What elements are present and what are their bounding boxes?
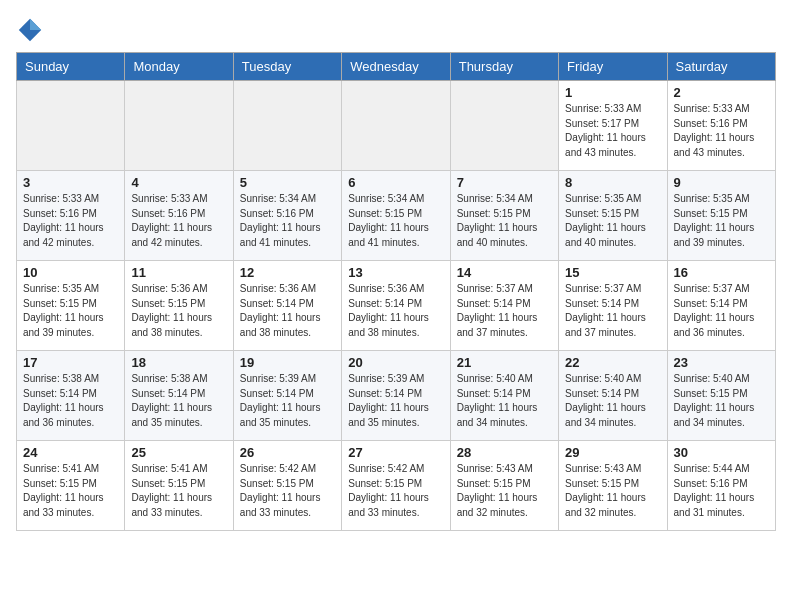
day-info: Sunrise: 5:34 AM Sunset: 5:15 PM Dayligh… xyxy=(348,192,443,250)
calendar-cell: 23Sunrise: 5:40 AM Sunset: 5:15 PM Dayli… xyxy=(667,351,775,441)
day-info: Sunrise: 5:44 AM Sunset: 5:16 PM Dayligh… xyxy=(674,462,769,520)
logo-icon xyxy=(16,16,44,44)
day-info: Sunrise: 5:38 AM Sunset: 5:14 PM Dayligh… xyxy=(131,372,226,430)
calendar-cell: 14Sunrise: 5:37 AM Sunset: 5:14 PM Dayli… xyxy=(450,261,558,351)
day-info: Sunrise: 5:40 AM Sunset: 5:14 PM Dayligh… xyxy=(565,372,660,430)
calendar-cell: 2Sunrise: 5:33 AM Sunset: 5:16 PM Daylig… xyxy=(667,81,775,171)
day-info: Sunrise: 5:36 AM Sunset: 5:15 PM Dayligh… xyxy=(131,282,226,340)
weekday-header-thursday: Thursday xyxy=(450,53,558,81)
calendar-cell: 18Sunrise: 5:38 AM Sunset: 5:14 PM Dayli… xyxy=(125,351,233,441)
day-info: Sunrise: 5:43 AM Sunset: 5:15 PM Dayligh… xyxy=(565,462,660,520)
day-number: 25 xyxy=(131,445,226,460)
day-info: Sunrise: 5:39 AM Sunset: 5:14 PM Dayligh… xyxy=(348,372,443,430)
calendar-cell: 15Sunrise: 5:37 AM Sunset: 5:14 PM Dayli… xyxy=(559,261,667,351)
day-number: 13 xyxy=(348,265,443,280)
calendar-cell xyxy=(125,81,233,171)
calendar-cell: 20Sunrise: 5:39 AM Sunset: 5:14 PM Dayli… xyxy=(342,351,450,441)
weekday-header-row: SundayMondayTuesdayWednesdayThursdayFrid… xyxy=(17,53,776,81)
day-info: Sunrise: 5:37 AM Sunset: 5:14 PM Dayligh… xyxy=(565,282,660,340)
day-number: 5 xyxy=(240,175,335,190)
day-info: Sunrise: 5:36 AM Sunset: 5:14 PM Dayligh… xyxy=(348,282,443,340)
calendar-table: SundayMondayTuesdayWednesdayThursdayFrid… xyxy=(16,52,776,531)
day-info: Sunrise: 5:36 AM Sunset: 5:14 PM Dayligh… xyxy=(240,282,335,340)
calendar-cell: 1Sunrise: 5:33 AM Sunset: 5:17 PM Daylig… xyxy=(559,81,667,171)
calendar-cell: 13Sunrise: 5:36 AM Sunset: 5:14 PM Dayli… xyxy=(342,261,450,351)
day-info: Sunrise: 5:40 AM Sunset: 5:15 PM Dayligh… xyxy=(674,372,769,430)
day-info: Sunrise: 5:34 AM Sunset: 5:16 PM Dayligh… xyxy=(240,192,335,250)
calendar-cell: 5Sunrise: 5:34 AM Sunset: 5:16 PM Daylig… xyxy=(233,171,341,261)
calendar-cell: 17Sunrise: 5:38 AM Sunset: 5:14 PM Dayli… xyxy=(17,351,125,441)
day-number: 3 xyxy=(23,175,118,190)
calendar-week-4: 17Sunrise: 5:38 AM Sunset: 5:14 PM Dayli… xyxy=(17,351,776,441)
day-info: Sunrise: 5:35 AM Sunset: 5:15 PM Dayligh… xyxy=(565,192,660,250)
day-number: 21 xyxy=(457,355,552,370)
day-number: 1 xyxy=(565,85,660,100)
day-number: 15 xyxy=(565,265,660,280)
weekday-header-saturday: Saturday xyxy=(667,53,775,81)
calendar-cell: 4Sunrise: 5:33 AM Sunset: 5:16 PM Daylig… xyxy=(125,171,233,261)
calendar-week-1: 1Sunrise: 5:33 AM Sunset: 5:17 PM Daylig… xyxy=(17,81,776,171)
day-number: 27 xyxy=(348,445,443,460)
day-number: 20 xyxy=(348,355,443,370)
svg-marker-1 xyxy=(30,19,41,30)
day-number: 18 xyxy=(131,355,226,370)
day-number: 17 xyxy=(23,355,118,370)
day-info: Sunrise: 5:41 AM Sunset: 5:15 PM Dayligh… xyxy=(131,462,226,520)
calendar-cell xyxy=(342,81,450,171)
calendar-cell: 27Sunrise: 5:42 AM Sunset: 5:15 PM Dayli… xyxy=(342,441,450,531)
calendar-cell xyxy=(450,81,558,171)
day-number: 2 xyxy=(674,85,769,100)
calendar-cell: 12Sunrise: 5:36 AM Sunset: 5:14 PM Dayli… xyxy=(233,261,341,351)
calendar-header: SundayMondayTuesdayWednesdayThursdayFrid… xyxy=(17,53,776,81)
day-info: Sunrise: 5:37 AM Sunset: 5:14 PM Dayligh… xyxy=(457,282,552,340)
calendar-cell: 24Sunrise: 5:41 AM Sunset: 5:15 PM Dayli… xyxy=(17,441,125,531)
day-number: 9 xyxy=(674,175,769,190)
day-number: 30 xyxy=(674,445,769,460)
calendar-cell: 11Sunrise: 5:36 AM Sunset: 5:15 PM Dayli… xyxy=(125,261,233,351)
day-info: Sunrise: 5:34 AM Sunset: 5:15 PM Dayligh… xyxy=(457,192,552,250)
calendar-cell xyxy=(233,81,341,171)
day-number: 7 xyxy=(457,175,552,190)
day-info: Sunrise: 5:33 AM Sunset: 5:16 PM Dayligh… xyxy=(23,192,118,250)
day-info: Sunrise: 5:42 AM Sunset: 5:15 PM Dayligh… xyxy=(348,462,443,520)
calendar-week-2: 3Sunrise: 5:33 AM Sunset: 5:16 PM Daylig… xyxy=(17,171,776,261)
day-number: 8 xyxy=(565,175,660,190)
calendar-cell: 8Sunrise: 5:35 AM Sunset: 5:15 PM Daylig… xyxy=(559,171,667,261)
day-number: 11 xyxy=(131,265,226,280)
day-number: 22 xyxy=(565,355,660,370)
day-number: 12 xyxy=(240,265,335,280)
day-number: 16 xyxy=(674,265,769,280)
day-info: Sunrise: 5:40 AM Sunset: 5:14 PM Dayligh… xyxy=(457,372,552,430)
day-info: Sunrise: 5:33 AM Sunset: 5:17 PM Dayligh… xyxy=(565,102,660,160)
day-info: Sunrise: 5:41 AM Sunset: 5:15 PM Dayligh… xyxy=(23,462,118,520)
calendar-cell: 21Sunrise: 5:40 AM Sunset: 5:14 PM Dayli… xyxy=(450,351,558,441)
calendar-week-5: 24Sunrise: 5:41 AM Sunset: 5:15 PM Dayli… xyxy=(17,441,776,531)
day-number: 6 xyxy=(348,175,443,190)
weekday-header-friday: Friday xyxy=(559,53,667,81)
day-info: Sunrise: 5:39 AM Sunset: 5:14 PM Dayligh… xyxy=(240,372,335,430)
calendar-cell: 16Sunrise: 5:37 AM Sunset: 5:14 PM Dayli… xyxy=(667,261,775,351)
day-number: 28 xyxy=(457,445,552,460)
day-info: Sunrise: 5:37 AM Sunset: 5:14 PM Dayligh… xyxy=(674,282,769,340)
page-header xyxy=(0,0,792,52)
weekday-header-sunday: Sunday xyxy=(17,53,125,81)
day-number: 26 xyxy=(240,445,335,460)
calendar-week-3: 10Sunrise: 5:35 AM Sunset: 5:15 PM Dayli… xyxy=(17,261,776,351)
calendar-cell: 22Sunrise: 5:40 AM Sunset: 5:14 PM Dayli… xyxy=(559,351,667,441)
calendar-cell xyxy=(17,81,125,171)
weekday-header-wednesday: Wednesday xyxy=(342,53,450,81)
day-info: Sunrise: 5:33 AM Sunset: 5:16 PM Dayligh… xyxy=(674,102,769,160)
day-number: 4 xyxy=(131,175,226,190)
calendar-cell: 7Sunrise: 5:34 AM Sunset: 5:15 PM Daylig… xyxy=(450,171,558,261)
day-number: 19 xyxy=(240,355,335,370)
day-info: Sunrise: 5:35 AM Sunset: 5:15 PM Dayligh… xyxy=(23,282,118,340)
calendar-body: 1Sunrise: 5:33 AM Sunset: 5:17 PM Daylig… xyxy=(17,81,776,531)
day-info: Sunrise: 5:33 AM Sunset: 5:16 PM Dayligh… xyxy=(131,192,226,250)
day-info: Sunrise: 5:43 AM Sunset: 5:15 PM Dayligh… xyxy=(457,462,552,520)
day-info: Sunrise: 5:42 AM Sunset: 5:15 PM Dayligh… xyxy=(240,462,335,520)
calendar-cell: 28Sunrise: 5:43 AM Sunset: 5:15 PM Dayli… xyxy=(450,441,558,531)
calendar-cell: 3Sunrise: 5:33 AM Sunset: 5:16 PM Daylig… xyxy=(17,171,125,261)
day-number: 14 xyxy=(457,265,552,280)
day-number: 29 xyxy=(565,445,660,460)
day-number: 10 xyxy=(23,265,118,280)
